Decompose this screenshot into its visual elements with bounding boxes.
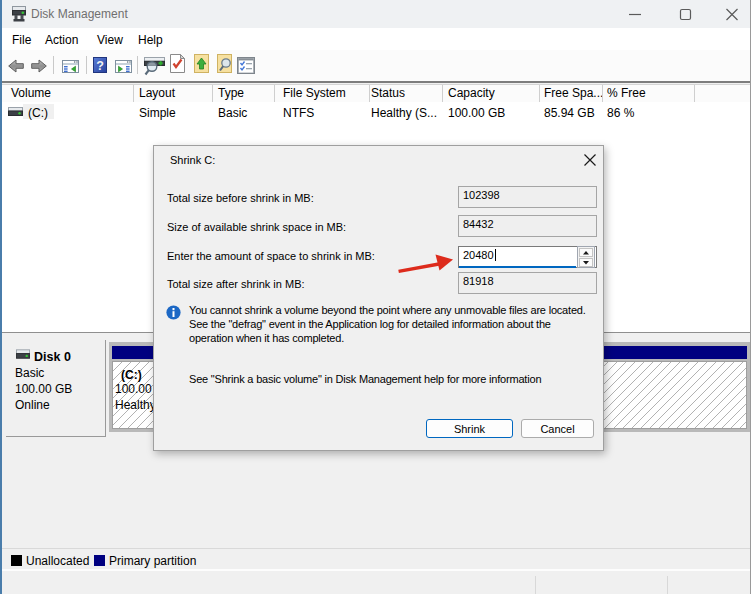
svg-text:?: ?: [96, 59, 104, 73]
